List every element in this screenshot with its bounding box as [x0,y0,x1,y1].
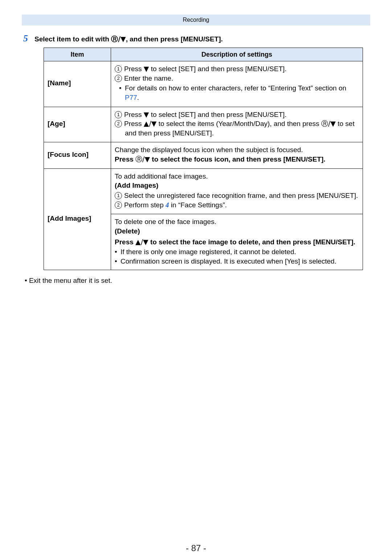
table-row: [Focus Icon] Change the displayed focus … [44,142,363,168]
table-row: [Name] 1Press ▼ to select [SET] and then… [44,61,363,107]
add-top-sub1: Select the unregistered face recognition… [124,192,358,199]
focus-l2-post: to select the focus icon, and then press… [150,155,326,163]
name-l2: Enter the name. [124,74,173,82]
add-bot-l3-post: to select the face image to delete, and … [148,238,355,246]
step-line: 5Select item to edit with Ⓡ/▼, and then … [23,32,370,45]
name-l1-post: to select [SET] and then press [MENU/SET… [149,65,286,73]
down-icon: ▼ [144,110,149,118]
table-row: [Age] 1Press ▼ to select [SET] and then … [44,107,363,142]
p77-link[interactable]: P77 [125,94,137,101]
step-2-icon: 2 [115,201,122,209]
bullet-icon: • [115,257,121,266]
name-l3-post: . [137,94,139,101]
age-l1-post: to select [SET] and then press [MENU/SET… [149,111,286,118]
add-top-sub2-pre: Perform step [124,201,166,209]
table-head-desc: Description of settings [111,48,363,61]
bullet-icon: • [115,247,121,257]
desc-name: 1Press ▼ to select [SET] and then press … [111,61,363,107]
age-l2-post: to select the items (Year/Month/Day), an… [156,120,321,127]
item-focus: [Focus Icon] [44,142,111,168]
add-top-l2: (Add Images) [115,182,158,189]
focus-l1: Change the displayed focus icon when the… [115,145,359,155]
step-2-icon: 2 [115,75,122,82]
name-l1-pre: Press [124,65,144,73]
step-1-icon: 1 [115,65,122,73]
step-1-icon: 1 [115,111,122,118]
step-text-post: , and then press [MENU/SET]. [126,35,223,43]
add-bot-l3-pre: Press [115,238,135,246]
age-l2-pre: Press [124,120,144,127]
dial-down-icon: Ⓡ/▼ [111,35,126,43]
step-text-pre: Select item to edit with [34,35,111,43]
add-top-sub2-num: 4 [166,201,169,209]
item-age: [Age] [44,107,111,142]
item-add: [Add Images] [44,168,111,270]
item-name: [Name] [44,61,111,107]
add-bot-l5: Confirmation screen is displayed. It is … [121,257,336,265]
add-bot-l4: If there is only one image registered, i… [121,248,296,256]
table-head-item: Item [44,48,111,61]
dial-down-icon: Ⓡ/▼ [321,119,336,127]
section-header: Recording [22,15,370,25]
add-bot-l2: (Delete) [115,227,140,235]
desc-focus: Change the displayed focus icon when the… [111,142,363,168]
up-down-icon: ▲/▼ [135,238,148,246]
post-note: • Exit the menu after it is set. [25,276,370,285]
settings-table: Item Description of settings [Name] 1Pre… [44,48,363,270]
add-top-l1: To add additional face images. [115,172,359,181]
step-1-icon: 1 [115,192,122,199]
desc-age: 1Press ▼ to select [SET] and then press … [111,107,363,142]
age-l1-pre: Press [124,111,144,118]
add-top-sub2-post: in “Face Settings”. [169,201,227,209]
up-down-icon: ▲/▼ [144,119,157,127]
dial-down-icon: Ⓡ/▼ [135,155,150,163]
desc-add: To add additional face images. (Add Imag… [111,168,363,270]
focus-l2-pre: Press [115,155,135,163]
name-l3-pre: For details on how to enter characters, … [125,84,346,92]
table-row: [Add Images] To add additional face imag… [44,168,363,270]
page-number: - 87 - [0,542,392,554]
add-bot-l1: To delete one of the face images. [115,217,359,227]
down-icon: ▼ [144,65,149,73]
bullet-icon: • [119,83,125,93]
step-number: 5 [23,33,28,44]
step-2-icon: 2 [115,120,122,127]
